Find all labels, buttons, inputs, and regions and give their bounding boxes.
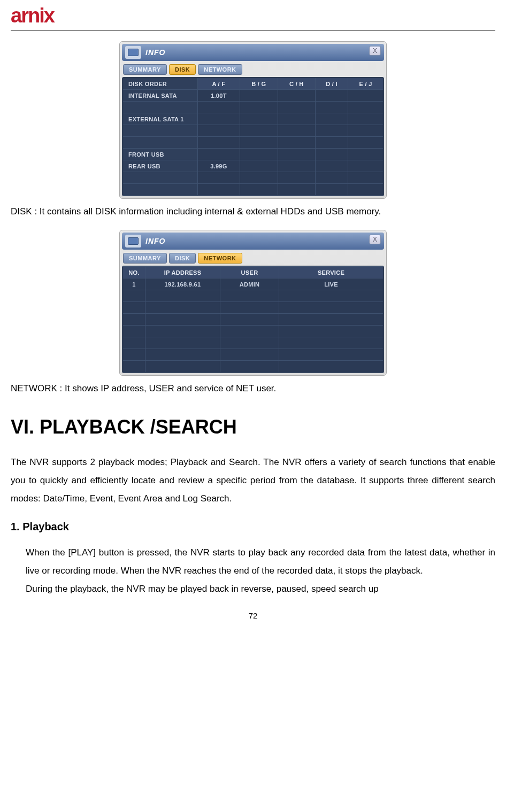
cell: [278, 102, 315, 113]
cell: [315, 160, 348, 172]
col-af: A / F: [198, 78, 240, 90]
cell: [279, 290, 384, 302]
tab-network[interactable]: NETWORK: [198, 64, 242, 75]
row-label: REAR USB: [123, 160, 198, 172]
cell: [145, 337, 220, 349]
cell: [123, 337, 145, 349]
cell: [220, 326, 279, 337]
row-label: [123, 137, 198, 149]
col-service: SERVICE: [279, 267, 384, 279]
tab-summary[interactable]: SUMMARY: [123, 253, 167, 264]
col-user: USER: [220, 267, 279, 279]
cell: [198, 184, 240, 196]
cell: [240, 172, 278, 184]
info-title: INFO: [145, 48, 165, 57]
cell: [145, 302, 220, 314]
cell: [123, 290, 145, 302]
cell: [198, 113, 240, 125]
row-label: [123, 184, 198, 196]
cell: [315, 137, 348, 149]
cell: [315, 172, 348, 184]
cell: [240, 149, 278, 160]
cell: [145, 349, 220, 361]
network-table: NO. IP ADDRESS USER SERVICE 1192.168.9.6…: [122, 266, 384, 373]
cell: [198, 137, 240, 149]
cell: [198, 125, 240, 137]
cell: [279, 326, 384, 337]
tab-row: SUMMARY DISK NETWORK: [122, 62, 384, 77]
cell: [123, 302, 145, 314]
tab-disk[interactable]: DISK: [169, 64, 196, 75]
row-label: [123, 102, 198, 113]
cell: [315, 149, 348, 160]
tab-summary[interactable]: SUMMARY: [123, 64, 167, 75]
cell: [348, 149, 384, 160]
cell: [348, 90, 384, 102]
page-header: arnix: [11, 0, 495, 30]
disk-caption: DISK : It contains all DISK information …: [11, 203, 495, 220]
cell: [315, 90, 348, 102]
cell: [123, 349, 145, 361]
cell: [198, 172, 240, 184]
tab-row: SUMMARY DISK NETWORK: [122, 251, 384, 266]
table-row: [123, 349, 384, 361]
col-no: NO.: [123, 267, 145, 279]
cell: [348, 125, 384, 137]
info-title: INFO: [145, 237, 165, 245]
cell: [240, 160, 278, 172]
close-button[interactable]: X: [369, 46, 381, 56]
subsection-body-2: During the playback, the NVR may be play…: [26, 580, 495, 598]
cell: [348, 160, 384, 172]
cell: [278, 184, 315, 196]
cell: [278, 160, 315, 172]
disk-table: DISK ORDER A / F B / G C / H D / I E / J…: [122, 77, 384, 196]
row-label: EXTERNAL SATA 1: [123, 113, 198, 125]
cell: [348, 172, 384, 184]
tab-disk[interactable]: DISK: [169, 253, 196, 264]
cell: 1: [123, 279, 145, 290]
col-bg: B / G: [240, 78, 278, 90]
cell: [220, 337, 279, 349]
cell: [279, 314, 384, 326]
col-ej: E / J: [348, 78, 384, 90]
cell: [220, 361, 279, 373]
table-row: [123, 302, 384, 314]
cell: [220, 302, 279, 314]
table-row: FRONT USB: [123, 149, 384, 160]
cell: [240, 102, 278, 113]
cell: [240, 90, 278, 102]
cell: [315, 125, 348, 137]
svg-text:arnix: arnix: [11, 4, 55, 27]
cell: [198, 102, 240, 113]
cell: [278, 137, 315, 149]
cell: [278, 113, 315, 125]
table-row: [123, 125, 384, 137]
table-row: [123, 172, 384, 184]
close-icon: X: [373, 236, 377, 243]
row-label: INTERNAL SATA: [123, 90, 198, 102]
table-row: [123, 326, 384, 337]
cell: [278, 125, 315, 137]
cell: [145, 361, 220, 373]
cell: [145, 326, 220, 337]
close-icon: X: [373, 47, 377, 55]
cell: [198, 149, 240, 160]
cell: [348, 184, 384, 196]
cell: [240, 137, 278, 149]
info-window-disk: INFO X SUMMARY DISK NETWORK DISK ORDER A…: [119, 41, 387, 199]
close-button[interactable]: X: [369, 235, 381, 244]
cell: [315, 102, 348, 113]
section-body: The NVR supports 2 playback modes; Playb…: [11, 453, 495, 508]
col-ip: IP ADDRESS: [145, 267, 220, 279]
cell: [348, 102, 384, 113]
cell: [240, 125, 278, 137]
cell: [123, 326, 145, 337]
cell: [220, 349, 279, 361]
cell: [220, 290, 279, 302]
table-row: REAR USB3.99G: [123, 160, 384, 172]
cell: 3.99G: [198, 160, 240, 172]
cell: [279, 302, 384, 314]
row-label: [123, 172, 198, 184]
cell: 1.00T: [198, 90, 240, 102]
tab-network[interactable]: NETWORK: [198, 253, 242, 264]
